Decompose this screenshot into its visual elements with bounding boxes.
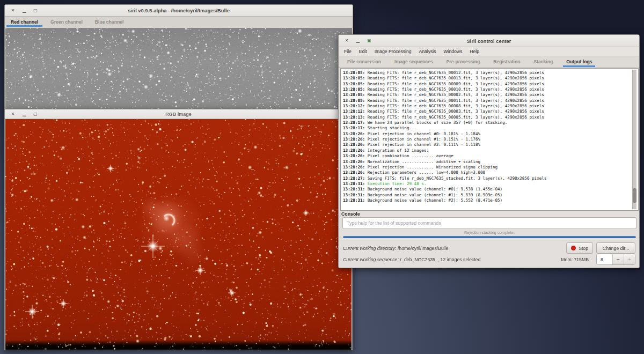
log-line: 13:28:26: Pixel rejection in channel #2:…: [343, 142, 637, 148]
rgb-window-title: RGB image: [5, 112, 352, 117]
tab-green-channel[interactable]: Green channel: [46, 17, 87, 27]
log-line: 13:28:13: Reading FITS: file r_deb_NGC76…: [343, 115, 637, 120]
working-sequence-value: r_deb_NGC7635_, 12 images selected: [400, 257, 480, 262]
log-line: 13:28:27: Saving FITS: file r_deb_NGC763…: [343, 176, 637, 181]
log-line: 13:28:31: Background noise value (channe…: [343, 193, 637, 198]
working-directory-text: Current working directory: /home/cyril/I…: [343, 246, 566, 251]
close-icon[interactable]: ✕: [343, 38, 350, 44]
control-tabbar: File conversionImage sequencesPre-proces…: [339, 56, 639, 68]
log-line: 13:28:31: Execution time: 29.48 s.: [343, 181, 637, 187]
control-window-title: Siril control center: [339, 38, 639, 44]
menu-analysis[interactable]: Analysis: [415, 47, 440, 56]
log-line: 13:28:05: Reading FITS: file r_deb_NGC76…: [343, 82, 637, 87]
menu-image-processing[interactable]: Image Processing: [371, 47, 415, 56]
log-line: 13:28:26: Integration of 12 images:: [343, 148, 637, 153]
tab-registration[interactable]: Registration: [490, 56, 523, 67]
memory-usage: Mem: 715MB: [561, 257, 589, 262]
console-label: Console: [341, 211, 360, 217]
log-line: 13:28:26: Pixel rejection in channel #0:…: [343, 131, 637, 137]
log-line: 13:28:17: Starting stacking...: [343, 126, 637, 131]
siril-control-center-window: ✕ ▁ ▣ Siril control center FileEditImage…: [338, 34, 640, 268]
working-directory-value: /home/cyril/Images/Bulle: [398, 246, 449, 251]
tab-file-conversion[interactable]: File conversion: [344, 56, 384, 67]
log-line: 13:28:12: Reading FITS: file r_deb_NGC76…: [343, 104, 637, 109]
log-line: 13:28:26: Rejection parameters ...... lo…: [343, 170, 637, 175]
minimize-icon[interactable]: ▁: [21, 8, 27, 14]
minimize-icon[interactable]: ▁: [21, 111, 27, 117]
maximize-icon[interactable]: ▣: [366, 38, 372, 44]
log-line: 13:28:31: Background noise value (channe…: [343, 187, 637, 192]
threads-spinbox: 8 − +: [596, 254, 635, 265]
close-icon[interactable]: ✕: [10, 111, 16, 117]
close-icon[interactable]: ✕: [10, 8, 16, 14]
maximize-icon[interactable]: ▢: [32, 8, 39, 14]
log-line: 13:28:26: Pixel rejection in channel #1:…: [343, 137, 637, 142]
control-window-titlebar[interactable]: ✕ ▁ ▣ Siril control center: [339, 35, 639, 47]
progress-text: Rejection stacking complete.: [343, 230, 636, 235]
menubar: FileEditImage ProcessingAnalysisWindowsH…: [339, 47, 639, 56]
rgb-window-titlebar[interactable]: ✕ ▁ ▢ RGB image: [5, 109, 352, 119]
main-window-titlebar[interactable]: ✕ ▁ ▢ siril v0.9.5-alpha - /home/cyril/I…: [5, 5, 353, 17]
rgb-image-canvas[interactable]: [5, 119, 352, 350]
rgb-image-window: ✕ ▁ ▢ RGB image: [4, 109, 353, 350]
log-scrollbar-thumb[interactable]: [633, 188, 636, 203]
statusbar: Current working directory: /home/cyril/I…: [339, 240, 639, 268]
spinbox-value[interactable]: 8: [597, 254, 612, 264]
menu-help[interactable]: Help: [466, 47, 483, 56]
log-line: 13:28:12: Reading FITS: file r_deb_NGC76…: [343, 109, 637, 114]
output-log-panel[interactable]: 13:28:05: Reading FITS: file r_deb_NGC76…: [340, 68, 639, 211]
stop-button[interactable]: Stop: [566, 242, 593, 254]
log-scrollbar[interactable]: [632, 70, 636, 209]
red-channel-image[interactable]: [5, 28, 352, 110]
log-line: 13:28:05: Reading FITS: file r_deb_NGC76…: [343, 76, 637, 81]
desktop: { "colors": { "accent": "#4a90d9", "log-…: [0, 0, 644, 354]
log-line: 13:28:05: Reading FITS: file r_deb_NGC76…: [343, 98, 637, 104]
main-window-title: siril v0.9.5-alpha - /home/cyril/Images/…: [5, 8, 353, 13]
tab-stacking[interactable]: Stacking: [530, 56, 556, 67]
console-input[interactable]: [342, 217, 636, 229]
spin-minus-button[interactable]: −: [612, 254, 624, 264]
working-sequence-text: Current working sequence: r_deb_NGC7635_…: [343, 257, 561, 262]
log-line: 13:28:05: Reading FITS: file r_deb_NGC76…: [343, 70, 637, 76]
main-tabbar: Red channelGreen channelBlue channel: [5, 17, 353, 27]
menu-windows[interactable]: Windows: [440, 47, 466, 56]
tab-red-channel[interactable]: Red channel: [6, 17, 42, 27]
log-line: 13:28:05: Reading FITS: file r_deb_NGC76…: [343, 87, 637, 92]
menu-edit[interactable]: Edit: [355, 47, 371, 56]
log-line: 13:28:26: Pixel rejection ........... Wi…: [343, 165, 637, 170]
log-line: 13:28:31: Background noise value (channe…: [343, 198, 637, 203]
tab-pre-processing[interactable]: Pre-processing: [443, 56, 484, 67]
spin-plus-button[interactable]: +: [624, 254, 635, 264]
change-dir-button[interactable]: Change dir...: [596, 242, 635, 254]
log-line: 13:28:17: We have 24 parallel blocks of …: [343, 120, 637, 126]
log-line: 13:28:05: Reading FITS: file r_deb_NGC76…: [343, 92, 637, 98]
minimize-icon[interactable]: ▁: [355, 38, 361, 44]
progress-fill: [343, 236, 636, 238]
maximize-icon[interactable]: ▢: [32, 111, 39, 117]
log-line: 13:28:26: Normalization ............. ad…: [343, 159, 637, 165]
log-line: 13:28:26: Pixel combination ......... av…: [343, 153, 637, 159]
tab-output-logs[interactable]: Output logs: [563, 56, 595, 67]
stop-icon: [571, 246, 576, 250]
tab-blue-channel[interactable]: Blue channel: [91, 17, 128, 27]
progress-bar: Rejection stacking complete.: [343, 230, 636, 238]
log-list: 13:28:05: Reading FITS: file r_deb_NGC76…: [341, 69, 638, 203]
menu-file[interactable]: File: [340, 47, 355, 56]
tab-image-sequences[interactable]: Image sequences: [391, 56, 436, 67]
siril-main-window: ✕ ▁ ▢ siril v0.9.5-alpha - /home/cyril/I…: [4, 4, 353, 110]
